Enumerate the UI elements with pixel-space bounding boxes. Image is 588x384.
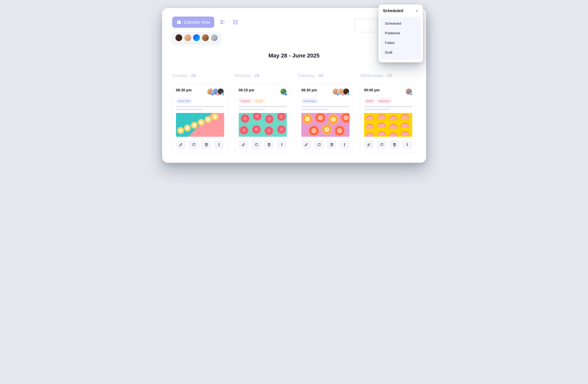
svg-point-15	[219, 144, 219, 145]
status-option-published[interactable]: Published	[380, 28, 421, 38]
team-avatar[interactable]	[175, 34, 183, 42]
post-thumbnail[interactable]	[364, 113, 412, 137]
more-vertical-icon	[405, 143, 409, 146]
calendar-view-button[interactable]: Calendar View	[172, 17, 214, 28]
tag[interactable]: Sunset	[253, 99, 265, 103]
post-actions	[239, 140, 287, 149]
grid-view-icon	[233, 20, 238, 25]
post-tags: Winter Mountains	[364, 99, 412, 103]
team-avatar-strip[interactable]	[172, 32, 221, 43]
day-header: Wednesday - 01	[360, 73, 416, 78]
status-filter-menu: Scheduled Published Failed Draft	[380, 17, 421, 60]
edit-button[interactable]	[239, 140, 249, 149]
caption-placeholder	[176, 106, 224, 110]
trash-icon	[330, 143, 334, 146]
facebook-icon	[284, 92, 287, 96]
day-header: Sunday - 28	[172, 73, 228, 78]
comment-button[interactable]	[251, 140, 261, 149]
svg-point-35	[407, 145, 407, 146]
comment-button[interactable]	[314, 140, 324, 149]
tag[interactable]: Green View	[176, 99, 192, 103]
post-time: 08:30 pm	[301, 88, 317, 92]
post-assignees	[405, 88, 412, 95]
post-tags: Landscapes	[301, 99, 350, 103]
chevron-down-icon	[415, 9, 419, 13]
caption-placeholder	[364, 106, 412, 110]
day-weekday: Tuesday	[297, 73, 315, 78]
svg-rect-2	[180, 20, 180, 21]
post-actions	[301, 140, 350, 149]
team-avatar[interactable]	[184, 34, 191, 42]
post-time: 09:00 pm	[364, 88, 380, 92]
comment-icon	[254, 143, 258, 146]
post-thumbnail[interactable]	[301, 113, 350, 137]
svg-point-33	[407, 143, 407, 144]
trash-icon	[393, 143, 396, 146]
svg-point-21	[282, 144, 282, 145]
svg-point-29	[344, 145, 345, 146]
calendar-icon	[177, 20, 181, 25]
post-actions	[176, 140, 224, 149]
comment-icon	[380, 143, 383, 146]
twitter-icon	[221, 92, 225, 96]
post-tags: Roadtrip Sunset	[239, 99, 287, 103]
post-thumbnail[interactable]	[176, 113, 224, 137]
comment-button[interactable]	[189, 140, 199, 149]
comment-icon	[317, 143, 321, 146]
assignee[interactable]	[405, 88, 412, 95]
assignee[interactable]	[217, 88, 224, 95]
grid-view-button[interactable]	[231, 18, 239, 26]
tag[interactable]: Winter	[364, 99, 375, 103]
status-option-draft[interactable]: Draft	[380, 48, 421, 57]
day-weekday: Monday	[235, 73, 251, 78]
tag[interactable]: Mountains	[377, 99, 392, 103]
team-avatar[interactable]	[202, 34, 209, 42]
status-filter-toggle[interactable]: Scheduled	[378, 7, 423, 16]
more-vertical-icon	[217, 143, 221, 146]
twitter-icon	[409, 92, 413, 96]
svg-point-14	[219, 143, 219, 144]
more-button[interactable]	[339, 140, 349, 149]
tag[interactable]: Landscapes	[301, 99, 318, 103]
assignee[interactable]	[343, 88, 350, 95]
svg-rect-1	[178, 20, 178, 21]
post-thumbnail[interactable]	[239, 113, 287, 137]
tag[interactable]: Roadtrip	[239, 99, 252, 103]
comment-icon	[192, 143, 195, 146]
edit-button[interactable]	[364, 140, 374, 149]
status-option-scheduled[interactable]: Scheduled	[380, 19, 421, 28]
post-card: 08:30 pm Landscapes	[297, 84, 353, 153]
caption-placeholder	[239, 106, 287, 110]
day-header: Monday - 29	[235, 73, 291, 78]
post-assignees	[332, 88, 350, 95]
edit-icon	[179, 143, 183, 146]
post-card: 08:15 pm Roadtrip Sunset	[235, 84, 291, 153]
post-card: 09:00 pm Winter Mountains	[360, 84, 416, 153]
edit-icon	[242, 143, 245, 146]
trash-icon	[205, 143, 208, 146]
delete-button[interactable]	[327, 140, 337, 149]
more-vertical-icon	[343, 143, 346, 146]
edit-button[interactable]	[176, 140, 186, 149]
edit-icon	[367, 143, 371, 146]
status-option-failed[interactable]: Failed	[380, 38, 421, 48]
status-filter-selected-label: Scheduled	[383, 8, 403, 13]
edit-button[interactable]	[301, 140, 311, 149]
svg-rect-4	[221, 20, 222, 21]
day-headers-row: Sunday - 28 Monday - 29 Tuesday - 30 Wed…	[172, 73, 416, 78]
day-number: 30	[318, 73, 323, 78]
assignee[interactable]	[280, 88, 287, 95]
delete-button[interactable]	[389, 140, 399, 149]
team-avatar[interactable]	[193, 34, 200, 42]
delete-button[interactable]	[201, 140, 211, 149]
post-card: 08:30 pm Green View	[172, 84, 228, 153]
caption-placeholder	[301, 106, 350, 110]
more-button[interactable]	[402, 140, 412, 149]
more-button[interactable]	[277, 140, 287, 149]
comment-button[interactable]	[377, 140, 387, 149]
more-vertical-icon	[280, 143, 284, 146]
more-button[interactable]	[214, 140, 224, 149]
list-view-button[interactable]	[219, 18, 227, 26]
delete-button[interactable]	[264, 140, 274, 149]
team-avatar[interactable]	[210, 34, 218, 42]
